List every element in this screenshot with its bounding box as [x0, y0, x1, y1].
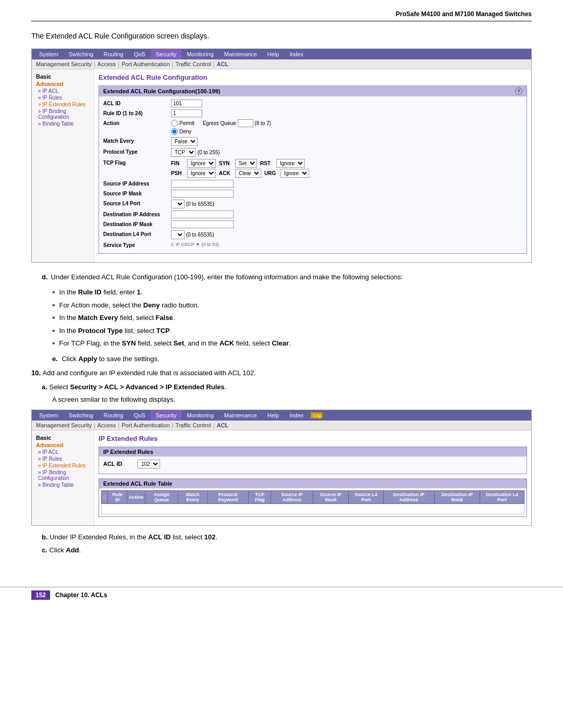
nav2-index[interactable]: Index — [284, 410, 309, 421]
nav2-help[interactable]: Help — [262, 410, 285, 421]
intro-text: The Extended ACL Rule Configuration scre… — [31, 32, 532, 40]
acl-rule-table: □ Rule ID Action Assign Queue Match Ever… — [101, 490, 524, 514]
sidebar-2: Basic Advanced » IP ACL » IP Rules » IP … — [32, 430, 94, 525]
sidebar2-ip-acl[interactable]: » IP ACL — [38, 449, 90, 455]
sidebar-ip-rules[interactable]: » IP Rules — [38, 95, 90, 101]
sidebar-ip-acl[interactable]: » IP ACL — [38, 88, 90, 94]
dest-mask-row: Destination IP Mask — [103, 220, 522, 228]
subnav2-access[interactable]: Access — [97, 422, 116, 428]
nav2-switching[interactable]: Switching — [64, 410, 99, 421]
dest-l4-select[interactable] — [171, 230, 185, 239]
subnav-acl[interactable]: ACL — [217, 61, 229, 67]
source-mask-input[interactable] — [171, 190, 234, 198]
step-c: c. Click Add. — [42, 545, 532, 556]
source-mask-row: Source IP Mask — [103, 190, 522, 198]
syn-select[interactable]: Set — [235, 159, 257, 168]
subnav-traffic[interactable]: Traffic Control — [175, 61, 211, 67]
rst-select[interactable]: Ignore — [276, 159, 305, 168]
fin-select[interactable]: Ignore — [187, 159, 216, 168]
sidebar-binding-table[interactable]: » Binding Table — [38, 121, 90, 127]
nav-qos[interactable]: QoS — [129, 49, 151, 59]
source-l4-label: Source L4 Port — [103, 200, 171, 206]
instruction-d: d. Under Extended ACL Rule Configuration… — [42, 273, 532, 363]
bullet-3: • In the Match Every field, select False… — [52, 313, 532, 323]
protocol-type-row: Protocol Type TCP UDP (0 to 255) — [103, 148, 522, 157]
nav-help[interactable]: Help — [262, 49, 285, 59]
acl-id-dropdown[interactable]: 102 — [138, 460, 160, 468]
tcp-flag-row1: FIN Ignore SYN Set RST Ignore — [171, 159, 522, 168]
acl-id-box-label: ACL ID — [103, 461, 134, 467]
col-action: Action — [127, 490, 145, 503]
bullet-list: • In the Rule ID field, enter 1. • For A… — [52, 287, 532, 349]
config-box-header-1: Extended ACL Rule Configuration(100-199)… — [99, 86, 527, 96]
source-l4-select[interactable] — [171, 200, 185, 208]
tcp-flag-label: TCP Flag — [103, 159, 171, 166]
sidebar2-ip-extended[interactable]: » IP Extended Rules — [38, 463, 90, 468]
sidebar-1: Basic Advanced » IP ACL » IP Rules » IP … — [32, 69, 94, 262]
match-every-select[interactable]: False True — [171, 137, 198, 146]
bullet-2: • For Action mode, select the Deny radio… — [52, 300, 532, 311]
nav2-monitoring[interactable]: Monitoring — [181, 410, 218, 421]
subnav2-mgmt[interactable]: Management Security — [36, 422, 92, 428]
source-ip-label: Source IP Address — [103, 180, 171, 187]
dest-ip-input[interactable] — [171, 211, 234, 218]
subnav2-portauth[interactable]: Port Authentication — [121, 422, 169, 428]
subnav2-traffic[interactable]: Traffic Control — [175, 422, 211, 428]
source-ip-input[interactable] — [171, 180, 234, 188]
dest-mask-label: Destination IP Mask — [103, 220, 171, 227]
nav-routing[interactable]: Routing — [99, 49, 129, 59]
action-row: Action Permit Egress Queue — [103, 119, 522, 135]
sidebar-advanced: Advanced — [36, 81, 90, 87]
tcp-flag-row2: PSH Ignore ACK Clear URG Ignore — [171, 169, 522, 178]
col-rule-id: Rule ID — [108, 490, 127, 503]
acl-id-input[interactable] — [171, 100, 202, 107]
sidebar2-ip-rules[interactable]: » IP Rules — [38, 456, 90, 462]
protocol-type-select[interactable]: TCP UDP — [171, 148, 196, 157]
config-box-1: Extended ACL Rule Configuration(100-199)… — [99, 85, 527, 254]
urg-label: URG — [264, 170, 277, 176]
nav-index[interactable]: Index — [284, 49, 309, 59]
col-source-mask: Source IP Mask — [313, 490, 348, 503]
dest-l4-label: Destination L4 Port — [103, 230, 171, 237]
nav-maintenance[interactable]: Maintenance — [219, 49, 262, 59]
section-title-1: Extended ACL Rule Configuration — [99, 73, 527, 81]
help-icon[interactable]: ? — [515, 88, 522, 95]
subnav-mgmt[interactable]: Management Security — [36, 61, 92, 67]
bullet-4: • In the Protocol Type list, select TCP. — [52, 326, 532, 336]
subnav2-acl[interactable]: ACL — [217, 422, 229, 428]
table-row-empty — [102, 503, 524, 514]
nav-system[interactable]: System — [34, 49, 64, 59]
instruction-d-header: d. Under Extended ACL Rule Configuration… — [42, 273, 532, 281]
nav2-system[interactable]: System — [34, 410, 64, 421]
action-radio-group: Permit Egress Queue (8 to 7) — [171, 119, 522, 127]
ack-select[interactable]: Clear — [235, 169, 261, 178]
sidebar-ip-extended-rules[interactable]: » IP Extended Rules — [38, 102, 90, 107]
dest-ip-label: Destination IP Address — [103, 211, 171, 217]
sidebar2-ip-binding[interactable]: » IP Binding Configuration — [38, 470, 90, 481]
nav2-routing[interactable]: Routing — [99, 410, 129, 421]
col-dest-l4: Destination L4 Port — [480, 490, 524, 503]
sidebar-ip-binding[interactable]: » IP Binding Configuration — [38, 108, 90, 120]
psh-select[interactable]: Ignore — [187, 169, 216, 178]
acl-id-box-header: IP Extended Rules — [99, 447, 527, 456]
col-tcp-flag: TCP Flag — [249, 490, 271, 503]
section-title-2: IP Extended Rules — [99, 435, 527, 442]
nav-switching[interactable]: Switching — [64, 49, 99, 59]
dest-mask-input[interactable] — [171, 220, 234, 228]
source-l4-row: Source L4 Port (0 to 65535) — [103, 200, 522, 208]
sidebar2-binding-table[interactable]: » Binding Table — [38, 482, 90, 488]
egress-queue-input[interactable] — [238, 119, 253, 127]
nav-monitoring[interactable]: Monitoring — [181, 49, 218, 59]
nav2-qos[interactable]: QoS — [129, 410, 151, 421]
rule-id-input[interactable] — [171, 109, 202, 117]
subnav-access[interactable]: Access — [97, 61, 116, 67]
col-dest-mask: Destination IP Mask — [435, 490, 480, 503]
subnav-portauth[interactable]: Port Authentication — [121, 61, 169, 67]
nav2-security[interactable]: Security — [151, 410, 182, 421]
nav2-maintenance[interactable]: Maintenance — [219, 410, 262, 421]
nav-security[interactable]: Security — [151, 49, 182, 59]
service-type-row: Service Type C IP DSCP ▼ (0 to 63) — [103, 241, 522, 248]
rst-label: RST — [260, 161, 273, 166]
extended-acl-table-box: Extended ACL Rule Table □ Rule ID Action… — [99, 478, 527, 517]
urg-select[interactable]: Ignore — [280, 169, 309, 178]
